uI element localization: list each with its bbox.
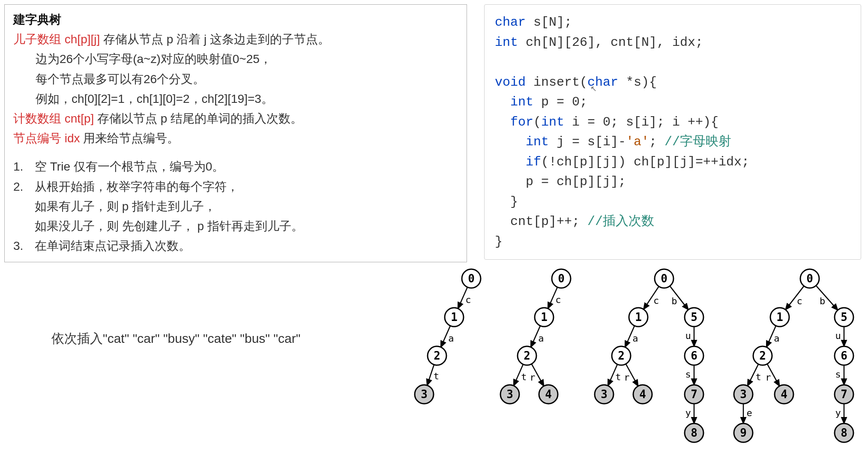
svg-line-2 (427, 365, 434, 385)
insert-sequence: 依次插入"cat" "car" "busy" "cate" "bus" "car… (51, 330, 300, 348)
trie-node-label: 1 (635, 311, 642, 324)
edge-label: b (671, 296, 677, 306)
trie-node-label: 0 (661, 272, 667, 285)
step-text: 如果有儿子，则 p 指针走到儿子， (35, 197, 216, 216)
code-text: (!ch[p][j]) ch[p][j]=++idx; (541, 155, 749, 169)
code-keyword: int (541, 115, 564, 129)
trie-node-label: 0 (468, 272, 475, 285)
explain-line: 存储从节点 p 沿着 j 这条边走到的子节点。 (100, 33, 330, 46)
trie-node-label: 3 (421, 388, 428, 401)
step-num: 1. (13, 157, 35, 177)
trie-trees-area: cat0123catr01234cbautrsy015263478cbautrs… (411, 266, 865, 471)
explanation-panel: 建字典树 儿子数组 ch[p][j] 存储从节点 p 沿着 j 这条边走到的子节… (4, 4, 467, 262)
edge-label: u (685, 330, 691, 341)
edge-label: c (555, 294, 561, 305)
edge-label: b (820, 296, 825, 306)
edge-label: t (521, 372, 527, 382)
edge-label: e (746, 408, 752, 418)
code-comment: //字母映射 (664, 135, 731, 149)
code-text: s[N]; (526, 15, 572, 30)
child-array-term: 儿子数组 ch[p][j] (13, 33, 100, 46)
trie-node-label: 1 (776, 311, 783, 324)
trie-node-label: 2 (618, 349, 625, 362)
trie-node-label: 2 (759, 349, 766, 362)
code-text: } (495, 234, 503, 249)
trie-node-label: 6 (691, 349, 697, 362)
trie-tree: catr01234 (488, 266, 583, 410)
edge-label: c (796, 296, 802, 306)
code-panel: char s[N]; int ch[N][26], cnt[N], idx; v… (484, 4, 861, 260)
trie-tree: cat0123 (411, 266, 488, 410)
explain-title: 建字典树 (13, 13, 61, 26)
code-keyword: if (526, 155, 541, 169)
trie-node-label: 1 (451, 311, 458, 324)
code-text: ; (649, 135, 664, 149)
step-num: 2. (13, 177, 35, 197)
step-text: 如果没儿子，则 先创建儿子， p 指针再走到儿子。 (35, 216, 303, 236)
step-num: 3. (13, 236, 35, 256)
code-text: j = s[i]- (549, 135, 626, 149)
edge-label: y (685, 408, 691, 418)
code-text: *s){ (618, 75, 657, 90)
code-text: ( (533, 115, 541, 129)
trie-node-label: 5 (691, 311, 697, 324)
trie-node-label: 8 (841, 426, 847, 439)
idx-term: 节点编号 idx (13, 132, 80, 145)
trie-node-label: 8 (691, 426, 697, 439)
trie-node-label: 4 (545, 388, 552, 401)
edge-label: u (835, 330, 841, 341)
edge-label: a (538, 333, 544, 344)
edge-label: r (624, 372, 629, 383)
code-keyword: int (526, 135, 549, 149)
code-keyword: int (510, 95, 533, 109)
cursor-icon: ↖ (590, 84, 597, 93)
edge-label: t (615, 372, 621, 382)
trie-node-label: 2 (434, 349, 440, 362)
code-text: p = 0; (533, 95, 587, 109)
trie-node-label: 1 (541, 311, 548, 324)
edge-label: t (434, 371, 439, 381)
trie-node-label: 3 (740, 388, 747, 401)
trie-node-label: 3 (506, 388, 513, 401)
trie-node-label: 5 (841, 311, 847, 324)
edge-label: r (530, 372, 535, 383)
code-text: i = 0; s[i]; i ++){ (564, 115, 718, 129)
trie-node-label: 3 (601, 388, 608, 401)
edge-label: a (448, 333, 454, 344)
count-array-term: 计数数组 cnt[p] (13, 112, 94, 125)
edge-label: s (835, 369, 841, 380)
explain-line: 边为26个小写字母(a~z)对应的映射值0~25， (13, 49, 458, 69)
trie-node-label: 7 (841, 388, 847, 401)
code-keyword: for (510, 115, 533, 129)
code-keyword: int (495, 35, 518, 50)
code-text: insert( (526, 75, 587, 90)
code-text: ch[N][26], cnt[N], idx; (518, 35, 703, 50)
trie-tree: cbautrsey0152634798 (720, 266, 865, 449)
edge-label: s (685, 369, 691, 380)
code-comment: //插入次数 (587, 214, 654, 229)
step-text: 从根开始插，枚举字符串的每个字符， (35, 177, 239, 197)
trie-node-label: 4 (639, 388, 646, 401)
explain-line: 例如，ch[0][2]=1，ch[1][0]=2，ch[2][19]=3。 (13, 89, 458, 109)
code-text: p = ch[p][j]; (495, 174, 626, 189)
edge-label: t (755, 372, 761, 382)
edge-label: a (774, 333, 779, 344)
edge-label: a (632, 333, 638, 344)
step-text: 在单词结束点记录插入次数。 (35, 236, 191, 256)
step-text: 空 Trie 仅有一个根节点，编号为0。 (35, 157, 224, 177)
edge-label: r (765, 372, 771, 383)
code-keyword: char (495, 15, 526, 30)
explain-line: 每个节点最多可以有26个分叉。 (13, 69, 458, 89)
trie-node-label: 2 (524, 349, 530, 362)
trie-node-label: 7 (691, 388, 697, 401)
code-text: cnt[p]++; (495, 214, 587, 229)
code-text: } (495, 195, 518, 209)
explain-line: 用来给节点编号。 (80, 132, 180, 145)
edge-label: y (835, 408, 841, 418)
trie-node-label: 6 (841, 349, 847, 362)
trie-node-label: 0 (558, 272, 565, 285)
trie-node-label: 9 (740, 426, 747, 439)
code-keyword: void (495, 75, 526, 90)
trie-node-label: 4 (781, 388, 787, 401)
trie-tree: cbautrsy015263478 (583, 266, 720, 449)
